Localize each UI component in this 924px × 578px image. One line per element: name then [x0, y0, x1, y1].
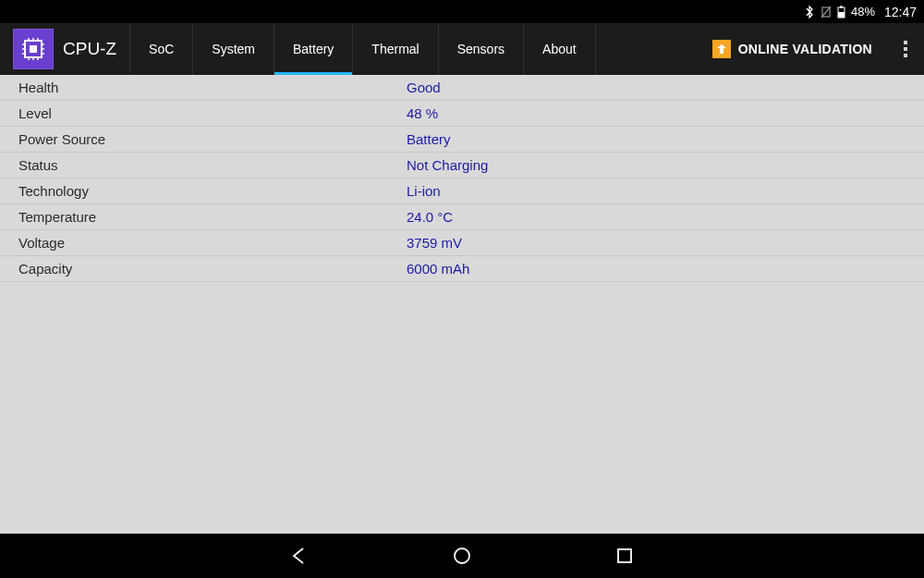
row-value: Li-ion	[407, 183, 441, 199]
clock: 12:47	[884, 5, 917, 19]
row-label: Health	[0, 80, 407, 95]
tab-label: SoC	[149, 42, 174, 56]
row-value: 24.0 °C	[407, 209, 453, 225]
table-row: Capacity 6000 mAh	[0, 256, 924, 282]
tab-about[interactable]: About	[523, 23, 596, 75]
row-label: Status	[0, 157, 407, 173]
nav-back-button[interactable]	[287, 544, 311, 568]
row-value: Not Charging	[407, 157, 488, 173]
table-row: Voltage 3759 mV	[0, 230, 924, 256]
svg-rect-20	[618, 549, 631, 562]
validation-icon	[712, 40, 731, 58]
tab-label: System	[212, 42, 255, 56]
row-label: Technology	[0, 183, 407, 199]
bluetooth-icon	[804, 6, 815, 18]
tab-label: Sensors	[457, 42, 505, 56]
no-sim-icon	[821, 6, 832, 18]
row-value: 3759 mV	[407, 235, 462, 251]
app-title: CPU-Z	[57, 23, 129, 75]
svg-rect-6	[30, 45, 37, 53]
table-row: Level 48 %	[0, 101, 924, 127]
tab-label: Thermal	[371, 42, 419, 56]
android-status-bar: 48% 12:47	[0, 0, 924, 23]
svg-point-19	[455, 548, 469, 563]
online-validation-button[interactable]: ONLINE VALIDATION	[698, 23, 887, 75]
row-label: Level	[0, 105, 407, 121]
row-label: Temperature	[0, 209, 407, 225]
tab-sensors[interactable]: Sensors	[438, 23, 523, 75]
svg-rect-3	[838, 12, 845, 18]
table-row: Technology Li-ion	[0, 178, 924, 204]
tab-label: About	[542, 42, 577, 56]
table-row: Temperature 24.0 °C	[0, 204, 924, 230]
nav-home-button[interactable]	[450, 544, 474, 568]
table-row: Health Good	[0, 75, 924, 101]
row-label: Capacity	[0, 261, 407, 277]
row-value: 48 %	[407, 105, 438, 121]
row-value: 6000 mAh	[407, 261, 469, 277]
tab-battery[interactable]: Battery	[274, 23, 352, 75]
battery-icon	[837, 6, 845, 18]
tab-system[interactable]: System	[192, 23, 274, 75]
android-nav-bar	[0, 534, 924, 578]
app-icon	[13, 29, 54, 69]
table-row: Status Not Charging	[0, 153, 924, 178]
row-label: Voltage	[0, 235, 407, 251]
tabs: SoC System Battery Thermal Sensors About	[129, 23, 596, 75]
app-bar: CPU-Z SoC System Battery Thermal Sensors…	[0, 23, 924, 75]
row-value: Good	[407, 80, 441, 95]
tab-label: Battery	[293, 42, 334, 56]
svg-rect-4	[840, 6, 843, 7]
row-value: Battery	[407, 131, 451, 147]
battery-percent: 48%	[851, 5, 875, 18]
nav-recent-button[interactable]	[613, 544, 637, 568]
table-row: Power Source Battery	[0, 127, 924, 153]
overflow-menu-button[interactable]	[887, 23, 924, 75]
tab-thermal[interactable]: Thermal	[352, 23, 437, 75]
validation-label: ONLINE VALIDATION	[738, 42, 872, 56]
tab-soc[interactable]: SoC	[129, 23, 192, 75]
row-label: Power Source	[0, 131, 407, 147]
battery-info-list: Health Good Level 48 % Power Source Batt…	[0, 75, 924, 282]
